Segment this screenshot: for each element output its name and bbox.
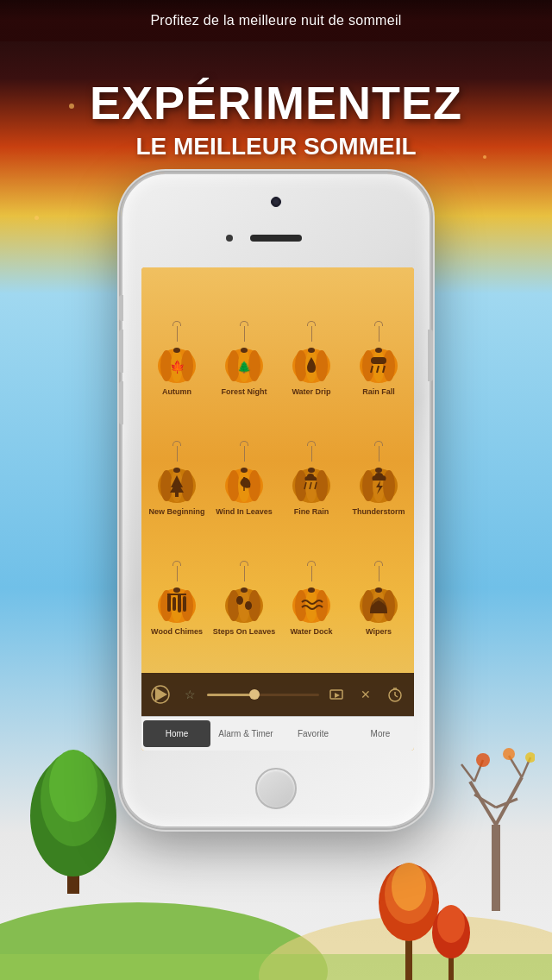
sound-item-water-dock[interactable]: Water Dock: [279, 524, 343, 640]
phone-camera: [271, 197, 281, 207]
sound-item-steps-on-leaves[interactable]: Steps On Leaves: [212, 524, 276, 640]
svg-point-42: [308, 348, 315, 353]
sound-label-water-dock: Water Dock: [290, 627, 332, 637]
sound-label-fine-rain: Fine Rain: [294, 507, 329, 517]
svg-point-41: [316, 350, 328, 381]
svg-rect-7: [492, 825, 500, 911]
sound-item-wind-in-leaves[interactable]: Wind In Leaves: [212, 403, 276, 519]
phone-screen: 🍁 Autumn: [141, 267, 414, 751]
bottom-controls: ☆ ✕: [141, 673, 414, 716]
hero-subtitle: LE MEILLEUR SOMMEIL: [135, 133, 416, 160]
phone-speaker: [250, 235, 302, 242]
phone-vol-down-button: [119, 381, 123, 424]
svg-point-39: [295, 350, 307, 381]
volume-slider[interactable]: [207, 694, 319, 696]
svg-point-18: [525, 752, 535, 763]
svg-rect-59: [175, 493, 179, 497]
svg-point-75: [362, 470, 374, 501]
sound-item-thunderstorm[interactable]: Thunderstorm: [347, 403, 411, 519]
sound-grid: 🍁 Autumn: [141, 276, 414, 647]
sound-item-autumn[interactable]: 🍁 Autumn: [145, 283, 209, 399]
svg-point-16: [476, 753, 490, 767]
svg-point-53: [160, 470, 172, 501]
header-bar: Profitez de la meilleure nuit de sommeil: [0, 0, 552, 41]
svg-text:🍁: 🍁: [170, 360, 185, 374]
svg-rect-86: [172, 597, 176, 611]
svg-point-17: [503, 748, 515, 760]
tab-favorite[interactable]: Favorite: [279, 717, 347, 751]
svg-point-77: [383, 470, 395, 501]
sound-label-wipers: Wipers: [366, 627, 392, 637]
svg-line-116: [395, 695, 398, 697]
sound-item-forest-night[interactable]: 🌲 Forest Night: [212, 283, 276, 399]
sound-label-wind-in-leaves: Wind In Leaves: [216, 507, 272, 517]
svg-rect-87: [178, 594, 181, 612]
svg-point-103: [308, 587, 315, 593]
svg-point-94: [241, 587, 248, 593]
svg-point-36: [241, 348, 248, 353]
sound-item-rain-fall[interactable]: Rain Fall: [347, 283, 411, 399]
tab-home[interactable]: Home: [143, 720, 210, 747]
phone-shell: 🍁 Autumn: [121, 173, 431, 828]
svg-rect-85: [167, 594, 171, 612]
sound-item-wipers[interactable]: Wipers: [347, 524, 411, 640]
sound-label-water-drip: Water Drip: [292, 387, 330, 397]
svg-text:🌲: 🌲: [237, 360, 252, 374]
autumn-scene: [345, 851, 483, 980]
sound-label-steps-on-leaves: Steps On Leaves: [213, 627, 276, 637]
svg-point-46: [383, 350, 395, 381]
sound-item-new-beginning[interactable]: New Beginning: [145, 403, 209, 519]
svg-point-69: [316, 470, 328, 501]
svg-point-30: [173, 348, 180, 353]
svg-point-6: [49, 750, 97, 822]
svg-line-12: [461, 764, 474, 782]
sound-label-wood-chimes: Wood Chimes: [151, 627, 203, 637]
play-button[interactable]: [148, 682, 172, 707]
svg-point-108: [375, 587, 382, 593]
sound-label-thunderstorm: Thunderstorm: [352, 507, 405, 517]
svg-point-47: [375, 348, 382, 353]
svg-point-91: [228, 590, 240, 621]
sound-item-water-drip[interactable]: Water Drip: [279, 283, 343, 399]
tab-more[interactable]: More: [347, 717, 414, 751]
phone-home-button[interactable]: [255, 768, 297, 809]
svg-marker-110: [155, 688, 167, 701]
svg-point-78: [375, 468, 382, 473]
svg-point-96: [237, 597, 241, 601]
cast-button[interactable]: [324, 682, 348, 707]
hero-title: EXPÉRIMENTEZ: [90, 78, 462, 129]
svg-point-25: [437, 905, 465, 943]
tab-alarm[interactable]: Alarm & Timer: [212, 717, 279, 751]
sound-label-new-beginning: New Beginning: [149, 507, 205, 517]
left-tree: [26, 738, 121, 894]
phone-dot: [226, 235, 233, 242]
tab-bar: Home Alarm & Timer Favorite More: [141, 716, 414, 751]
sound-label-autumn: Autumn: [162, 387, 191, 397]
svg-point-61: [228, 470, 240, 501]
star-icon: ☆: [178, 682, 202, 707]
close-button[interactable]: ✕: [354, 682, 378, 707]
svg-rect-88: [183, 596, 186, 612]
svg-point-22: [392, 863, 426, 911]
svg-point-55: [181, 470, 193, 501]
phone-power-button: [428, 330, 433, 381]
svg-point-56: [173, 468, 180, 473]
timer-button[interactable]: [383, 682, 407, 707]
phone: 🍁 Autumn: [121, 173, 431, 828]
svg-point-84: [173, 587, 180, 593]
phone-vol-up-button: [119, 330, 123, 373]
sound-label-forest-night: Forest Night: [222, 387, 267, 397]
svg-line-8: [470, 782, 496, 825]
svg-point-64: [241, 468, 248, 473]
sound-label-rain-fall: Rain Fall: [362, 387, 395, 397]
svg-rect-48: [371, 357, 386, 364]
header-text: Profitez de la meilleure nuit de sommeil: [150, 13, 401, 28]
sound-item-wood-chimes[interactable]: Wood Chimes: [145, 524, 209, 640]
svg-point-98: [246, 602, 249, 606]
sound-item-fine-rain[interactable]: Fine Rain: [279, 403, 343, 519]
svg-point-70: [308, 468, 315, 473]
phone-mute-button: [119, 295, 123, 321]
svg-marker-113: [335, 693, 340, 698]
